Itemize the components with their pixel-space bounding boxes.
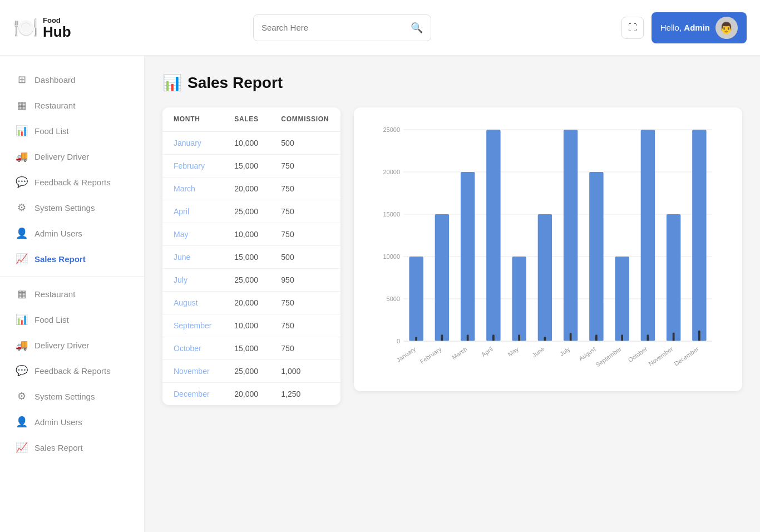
page-title: 📊 Sales Report	[162, 73, 742, 92]
svg-text:January: January	[395, 346, 417, 364]
restaurant-icon: ▦	[16, 99, 28, 111]
svg-text:0: 0	[397, 338, 400, 344]
cell-sales: 20,000	[223, 178, 270, 200]
fullscreen-button[interactable]: ⛶	[621, 17, 644, 39]
admin-name: Admin	[684, 23, 710, 32]
sidebar-item-label: Feedback & Reports	[34, 178, 111, 187]
admin-button[interactable]: Hello, Admin 👨	[652, 12, 747, 43]
svg-rect-12	[409, 257, 423, 341]
svg-text:April: April	[480, 346, 494, 358]
svg-rect-27	[538, 214, 552, 341]
svg-text:5000: 5000	[387, 295, 400, 302]
table-row: April 25,000 750	[162, 200, 340, 223]
cell-sales: 15,000	[223, 155, 270, 178]
sidebar-item-sales-report[interactable]: 📈 Sales Report	[0, 246, 144, 272]
cell-sales: 15,000	[223, 337, 270, 360]
search-icon: 🔍	[411, 22, 423, 34]
sidebar-item-restaurant[interactable]: ▦ Restaurant	[0, 92, 144, 118]
sidebar-item-dashboard[interactable]: ⊞ Dashboard	[0, 67, 144, 92]
fullscreen-icon: ⛶	[628, 23, 637, 33]
bar-chart: 0500010000150002000025000JanuaryFebruary…	[359, 119, 731, 386]
sidebar-item-label: Restaurant	[34, 289, 75, 299]
svg-text:October: October	[627, 346, 649, 363]
sidebar-item-label: Feedback & Reports	[34, 366, 111, 376]
svg-text:November: November	[647, 346, 674, 367]
sidebar-item-system-settings2[interactable]: ⚙ System Settings	[0, 383, 144, 409]
feedback2-icon: 💬	[16, 364, 28, 377]
sidebar-item-delivery-driver2[interactable]: 🚚 Delivery Driver	[0, 332, 144, 358]
svg-rect-24	[512, 257, 526, 341]
logo-text: Food Hub	[43, 16, 71, 39]
table-row: May 10,000 750	[162, 223, 340, 246]
sidebar-item-restaurant2[interactable]: ▦ Restaurant	[0, 281, 144, 307]
sidebar-item-food-list[interactable]: 📊 Food List	[0, 118, 144, 144]
svg-text:10000: 10000	[383, 253, 400, 260]
cell-month: July	[162, 269, 223, 292]
svg-rect-33	[589, 172, 603, 341]
col-commission: COMMISSION	[270, 107, 340, 131]
table-row: August 20,000 750	[162, 292, 340, 314]
svg-rect-46	[698, 331, 700, 341]
sidebar-item-delivery-driver[interactable]: 🚚 Delivery Driver	[0, 144, 144, 169]
cell-sales: 20,000	[223, 383, 270, 406]
svg-rect-22	[492, 335, 495, 341]
page-title-icon: 📊	[162, 73, 182, 92]
svg-rect-25	[518, 335, 520, 341]
sidebar-item-label: Admin Users	[34, 229, 82, 238]
sidebar-item-feedback-reports[interactable]: 💬 Feedback & Reports	[0, 169, 144, 195]
sidebar-item-label: Dashboard	[34, 75, 75, 85]
cell-sales: 10,000	[223, 223, 270, 246]
cell-commission: 950	[270, 269, 340, 292]
svg-text:August: August	[578, 346, 597, 362]
cell-commission: 1,000	[270, 360, 340, 383]
cell-sales: 25,000	[223, 269, 270, 292]
sidebar-item-admin-users[interactable]: 👤 Admin Users	[0, 220, 144, 246]
sales-report-icon: 📈	[16, 253, 28, 265]
table-row: October 15,000 750	[162, 337, 340, 360]
cell-month: May	[162, 223, 223, 246]
sidebar-item-food-list2[interactable]: 📊 Food List	[0, 307, 144, 332]
table-header-row: MONTH SALES COMMISSION	[162, 107, 340, 131]
sidebar-item-feedback-reports2[interactable]: 💬 Feedback & Reports	[0, 358, 144, 383]
sidebar-group-2: ▦ Restaurant 📊 Food List 🚚 Delivery Driv…	[0, 276, 144, 460]
svg-text:February: February	[419, 346, 443, 365]
admin-users2-icon: 👤	[16, 416, 28, 428]
cell-commission: 750	[270, 314, 340, 337]
cell-sales: 10,000	[223, 131, 270, 155]
sidebar-item-sales-report2[interactable]: 📈 Sales Report	[0, 435, 144, 460]
cell-month: December	[162, 383, 223, 406]
svg-text:June: June	[531, 346, 545, 359]
svg-rect-42	[667, 214, 680, 341]
table-row: September 10,000 750	[162, 314, 340, 337]
svg-text:25000: 25000	[383, 126, 400, 133]
col-sales: SALES	[223, 107, 270, 131]
cell-month: November	[162, 360, 223, 383]
svg-rect-16	[441, 335, 443, 341]
sidebar-item-label: Food List	[34, 126, 69, 136]
cell-sales: 25,000	[223, 200, 270, 223]
admin-users-icon: 👤	[16, 227, 28, 239]
sidebar: ⊞ Dashboard ▦ Restaurant 📊 Food List 🚚 D…	[0, 56, 145, 532]
avatar: 👨	[715, 17, 738, 39]
cell-sales: 20,000	[223, 292, 270, 314]
sidebar-item-system-settings[interactable]: ⚙ System Settings	[0, 195, 144, 220]
sidebar-item-admin-users2[interactable]: 👤 Admin Users	[0, 409, 144, 435]
cell-commission: 750	[270, 200, 340, 223]
content-area: 📊 Sales Report MONTH SALES COMMISSION Ja…	[145, 56, 760, 532]
sidebar-item-label: Food List	[34, 315, 69, 324]
delivery-icon: 🚚	[16, 150, 28, 162]
svg-rect-15	[435, 214, 449, 341]
cell-commission: 500	[270, 246, 340, 269]
svg-rect-45	[692, 130, 706, 341]
cell-commission: 750	[270, 292, 340, 314]
cell-commission: 1,250	[270, 383, 340, 406]
sidebar-item-label: Sales Report	[34, 443, 83, 452]
search-input[interactable]	[261, 23, 411, 32]
cell-month: March	[162, 178, 223, 200]
sidebar-item-label: Sales Report	[34, 254, 86, 264]
delivery2-icon: 🚚	[16, 339, 28, 351]
table-row: January 10,000 500	[162, 131, 340, 155]
col-month: MONTH	[162, 107, 223, 131]
cell-month: January	[162, 131, 223, 155]
svg-text:15000: 15000	[383, 211, 400, 218]
